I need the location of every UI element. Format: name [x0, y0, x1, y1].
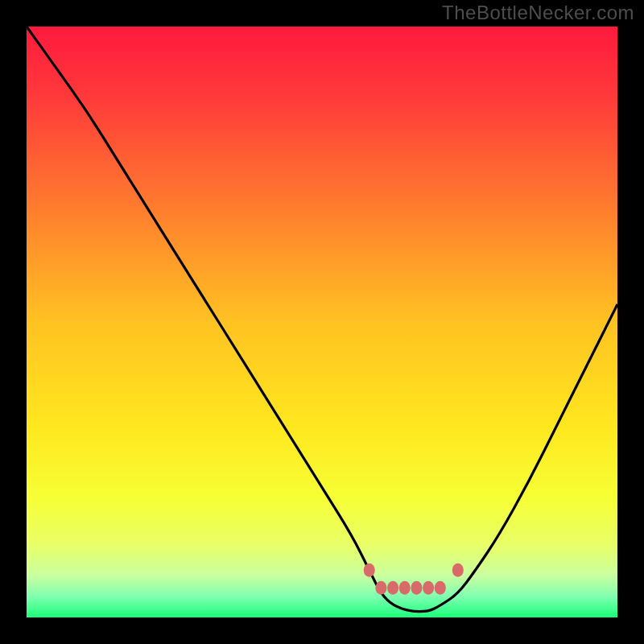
marker-flat-f [435, 581, 446, 595]
gradient-background [27, 27, 617, 617]
marker-flat-a [375, 581, 386, 595]
chart-svg [27, 27, 617, 617]
marker-flat-e [423, 581, 434, 595]
marker-flat-d [411, 581, 422, 595]
marker-flat-b [387, 581, 398, 595]
marker-left-threshold [364, 564, 375, 577]
marker-flat-c [399, 581, 411, 595]
chart-stage: TheBottleNecker.com [0, 0, 644, 644]
plot-area [27, 27, 617, 617]
marker-right-threshold [452, 564, 464, 577]
watermark-text: TheBottleNecker.com [442, 2, 634, 24]
